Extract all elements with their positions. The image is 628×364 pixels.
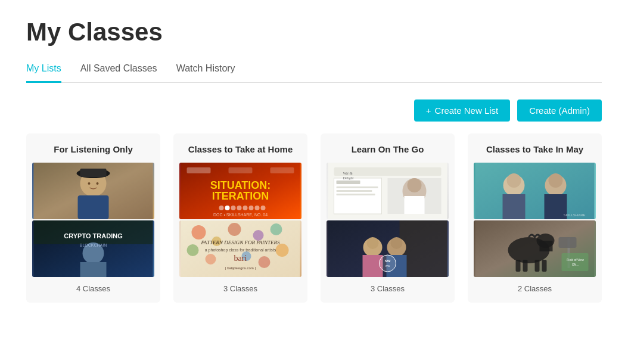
list-card-for-listening-only[interactable]: For Listening Only [26,133,160,303]
tabs-container: My Lists All Saved Classes Watch History [26,63,602,83]
svg-point-22 [231,206,236,210]
svg-point-27 [261,206,266,210]
list-card-classes-take-home[interactable]: Classes to Take at Home [173,133,307,303]
card-images: SKILLSHARE [468,163,602,277]
svg-point-53 [408,178,422,192]
svg-rect-54 [405,196,425,214]
svg-text:WW: WW [385,265,390,267]
svg-point-24 [243,206,248,210]
cards-grid: For Listening Only [26,133,602,303]
card-title: Classes to Take In May [468,133,602,163]
svg-point-63 [391,237,403,249]
svg-rect-86 [562,253,589,271]
svg-point-21 [225,206,230,210]
card-image-2: SW WW [327,220,449,277]
svg-point-26 [255,206,260,210]
svg-rect-15 [187,167,211,173]
svg-point-25 [249,206,254,210]
svg-rect-50 [337,194,375,195]
svg-text:BLOCKCHAIN: BLOCKCHAIN [80,243,107,247]
svg-text:SITUATION:: SITUATION: [210,179,271,191]
tab-watch-history[interactable]: Watch History [176,63,235,83]
svg-rect-16 [229,167,253,173]
svg-point-38 [259,256,271,268]
svg-rect-81 [542,260,547,272]
card-title: For Listening Only [26,133,160,163]
page-title: My Classes [26,18,602,46]
svg-rect-49 [337,190,372,192]
svg-rect-78 [516,260,521,272]
list-card-learn-on-go[interactable]: Learn On The Go [321,133,455,303]
svg-text:SKILLSHARE: SKILLSHARE [563,213,585,217]
svg-text:Wit &: Wit & [343,171,353,176]
card-count: 2 Classes [468,277,602,303]
create-new-list-label: Create New List [435,105,499,116]
svg-point-23 [237,206,242,210]
svg-rect-68 [475,163,595,219]
svg-point-20 [219,206,224,210]
plus-icon: + [426,105,431,116]
svg-text:Delight: Delight [343,176,354,180]
card-count: 4 Classes [26,277,160,303]
svg-point-30 [192,225,206,239]
svg-rect-48 [337,186,378,188]
svg-point-65 [380,255,396,272]
card-images: CRYPTO TRADING BLOCKCHAIN [26,163,160,277]
svg-rect-85 [559,237,577,248]
card-images: SITUATION: ITERATION DOC • SKILLSHARE, N… [173,163,307,277]
svg-point-32 [187,244,199,256]
svg-point-33 [206,254,216,265]
svg-text:SW: SW [385,259,391,263]
svg-rect-83 [540,241,553,251]
card-count: 3 Classes [321,277,455,303]
card-image-1 [32,163,154,219]
svg-rect-5 [78,195,109,219]
svg-text:DOC • SKILLSHARE, NO. 04: DOC • SKILLSHARE, NO. 04 [213,213,268,217]
list-card-classes-take-may[interactable]: Classes to Take In May [468,133,602,303]
svg-point-70 [507,173,521,188]
tab-my-lists[interactable]: My Lists [26,63,61,83]
svg-text:CRYPTO TRADING: CRYPTO TRADING [64,232,122,239]
create-new-list-button[interactable]: + Create New List [414,99,510,122]
card-images: Wit & Delight [321,163,455,277]
svg-rect-47 [337,181,360,184]
svg-text:Field of View: Field of View [567,258,584,262]
svg-text:bari: bari [234,254,247,263]
card-image-1: SITUATION: ITERATION DOC • SKILLSHARE, N… [179,163,301,219]
svg-point-36 [271,223,282,235]
svg-point-73 [549,173,563,188]
card-image-2: Field of View ON... [474,220,596,277]
svg-text:PATTERN DESIGN FOR PAINTERS: PATTERN DESIGN FOR PAINTERS [200,239,280,245]
card-image-1: Wit & Delight [327,163,449,219]
svg-rect-4 [80,169,107,177]
card-title: Learn On The Go [321,133,455,163]
card-image-2: PATTERN DESIGN FOR PAINTERS a photoshop … [179,220,301,277]
svg-point-60 [367,237,379,249]
svg-rect-71 [503,194,526,219]
svg-rect-11 [80,262,107,277]
card-image-2: CRYPTO TRADING BLOCKCHAIN [32,220,154,277]
svg-text:ON...: ON... [572,263,579,266]
create-admin-label: Create (Admin) [529,105,590,116]
svg-point-37 [276,244,289,257]
svg-text:a photoshop class for traditio: a photoshop class for traditional artist… [205,248,276,253]
svg-text:ITERATION: ITERATION [212,190,269,202]
card-count: 3 Classes [173,277,307,303]
tab-all-saved[interactable]: All Saved Classes [80,63,157,83]
svg-point-34 [228,223,241,236]
svg-text:| batijdesigns.com |: | batijdesigns.com | [225,266,256,270]
svg-point-7 [97,182,99,185]
page-container: My Classes My Lists All Saved Classes Wa… [0,0,628,321]
toolbar: + Create New List Create (Admin) [26,99,602,122]
svg-rect-17 [271,167,294,173]
svg-rect-79 [523,260,528,272]
create-admin-button[interactable]: Create (Admin) [517,99,602,122]
svg-point-6 [88,182,91,185]
card-image-1: SKILLSHARE [474,163,596,219]
card-title: Classes to Take at Home [173,133,307,163]
svg-rect-80 [535,260,540,272]
